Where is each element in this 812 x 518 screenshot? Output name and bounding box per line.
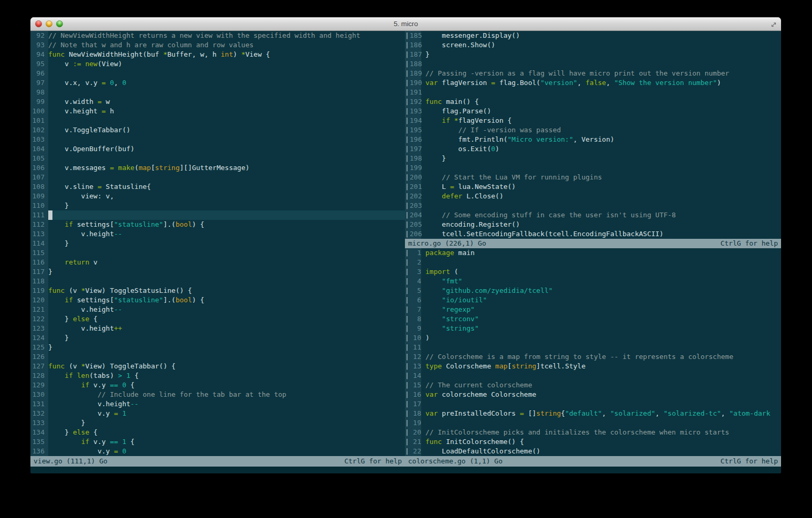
code-line[interactable]: 133 } — [30, 418, 405, 428]
code-line[interactable]: |191 — [405, 88, 781, 97]
code-line[interactable]: 104 v.OpenBuffer(buf) — [30, 144, 405, 154]
code-line[interactable]: |193 flag.Parse() — [405, 107, 781, 116]
code-line[interactable]: |201 L = lua.NewState() — [405, 182, 781, 192]
code-line[interactable]: 117} — [30, 267, 405, 277]
code-pane-micro-go[interactable]: |185 messenger.Display()|186 screen.Show… — [405, 31, 781, 239]
code-pane-view-go[interactable]: 92// NewViewWidthHeight returns a new vi… — [30, 31, 405, 456]
code-line[interactable]: 116 return v — [30, 258, 405, 267]
code-line[interactable]: |20// InitColorscheme picks and initiali… — [405, 428, 781, 437]
code-line[interactable]: |187} — [405, 50, 781, 59]
code-line[interactable]: 96 — [30, 69, 405, 78]
code-line[interactable]: 130 // Include one line for the tab bar … — [30, 390, 405, 399]
code-line[interactable]: 129 if v.y == 0 { — [30, 380, 405, 390]
code-line[interactable]: |204 // Some encoding stuff in case the … — [405, 210, 781, 220]
resize-icon[interactable] — [770, 20, 777, 28]
line-number: 191 — [410, 88, 421, 97]
code-line[interactable]: |190var flagVersion = flag.Bool("version… — [405, 78, 781, 88]
code-line[interactable]: |8 "strconv" — [405, 314, 781, 324]
code-line[interactable]: |17 — [405, 399, 781, 409]
code-line[interactable]: 125} — [30, 343, 405, 352]
code-line[interactable]: |13type Colorscheme map[string]tcell.Sty… — [405, 362, 781, 371]
code-line[interactable]: |195 // If -version was passed — [405, 125, 781, 135]
code-line[interactable]: |19 — [405, 418, 781, 428]
code-line[interactable]: 100 v.height = h — [30, 107, 405, 116]
code-line[interactable]: 114 } — [30, 239, 405, 248]
code-line[interactable]: 131 v.height-- — [30, 399, 405, 409]
code-line[interactable]: 99 v.width = w — [30, 97, 405, 107]
code-line[interactable]: |203 — [405, 201, 781, 210]
code-line[interactable]: |16var colorscheme Colorscheme — [405, 390, 781, 399]
code-line[interactable]: |189// Passing -version as a flag will h… — [405, 69, 781, 78]
code-line[interactable]: 105 — [30, 154, 405, 163]
code-pane-colorscheme-go[interactable]: |1package main|2|3import (|4 "fmt"|5 "gi… — [405, 248, 781, 456]
line-number: 132 — [30, 409, 48, 418]
code-text: } — [48, 201, 405, 210]
code-line[interactable]: |9 "strings" — [405, 324, 781, 333]
code-line[interactable]: |1package main — [405, 248, 781, 258]
code-line[interactable]: 118 — [30, 277, 405, 286]
code-line[interactable]: |185 messenger.Display() — [405, 31, 781, 40]
code-line[interactable]: 121 v.height-- — [30, 305, 405, 314]
code-line[interactable]: 103 — [30, 135, 405, 144]
code-line[interactable]: 94func NewViewWidthHeight(buf *Buffer, w… — [30, 50, 405, 59]
code-line[interactable]: 101 — [30, 116, 405, 125]
code-line[interactable]: 124 } — [30, 333, 405, 343]
code-line[interactable]: 111 — [30, 210, 405, 220]
code-text — [48, 135, 405, 144]
code-line[interactable]: |206 tcell.SetEncodingFallback(tcell.Enc… — [405, 229, 781, 239]
code-line[interactable]: 132 v.y = 1 — [30, 409, 405, 418]
code-line[interactable]: 92// NewViewWidthHeight returns a new vi… — [30, 31, 405, 40]
code-line[interactable]: 135 if v.y == 1 { — [30, 437, 405, 447]
code-text — [421, 343, 781, 352]
code-line[interactable]: |194 if *flagVersion { — [405, 116, 781, 125]
code-line[interactable]: |186 screen.Show() — [405, 40, 781, 50]
code-line[interactable]: 115 — [30, 248, 405, 258]
code-line[interactable]: |21func InitColorscheme() { — [405, 437, 781, 447]
code-line[interactable]: |14 — [405, 371, 781, 380]
code-line[interactable]: |10) — [405, 333, 781, 343]
code-line[interactable]: 136 v.y = 0 — [30, 447, 405, 456]
line-number: 197 — [410, 144, 421, 154]
code-line[interactable]: 106 v.messages = make(map[string][]Gutte… — [30, 163, 405, 173]
code-line[interactable]: |12// Colorscheme is a map from string t… — [405, 352, 781, 362]
code-line[interactable]: |199 — [405, 163, 781, 173]
code-line[interactable]: |22 LoadDefaultColorscheme() — [405, 447, 781, 456]
code-line[interactable]: |205 encoding.Register() — [405, 220, 781, 229]
code-line[interactable]: 112 if settings["statusline"].(bool) { — [30, 220, 405, 229]
code-line[interactable]: |7 "regexp" — [405, 305, 781, 314]
code-line[interactable]: 120 if settings["statusline"].(bool) { — [30, 295, 405, 305]
code-line[interactable]: 98 — [30, 88, 405, 97]
code-line[interactable]: |188 — [405, 59, 781, 69]
code-line[interactable]: 108 v.sline = Statusline{ — [30, 182, 405, 192]
code-line[interactable]: 93// Note that w and h are raw column an… — [30, 40, 405, 50]
code-line[interactable]: 134 } else { — [30, 428, 405, 437]
window-titlebar[interactable]: 5. micro — [30, 17, 781, 31]
code-line[interactable]: |202 defer L.Close() — [405, 192, 781, 201]
code-line[interactable]: 113 v.height-- — [30, 229, 405, 239]
code-line[interactable]: 97 v.x, v.y = 0, 0 — [30, 78, 405, 88]
code-line[interactable]: 102 v.ToggleTabbar() — [30, 125, 405, 135]
code-line[interactable]: |15// The current colorscheme — [405, 380, 781, 390]
code-line[interactable]: 123 v.height++ — [30, 324, 405, 333]
code-line[interactable]: 122 } else { — [30, 314, 405, 324]
code-line[interactable]: |198 } — [405, 154, 781, 163]
code-line[interactable]: |18var preInstalledColors = []string{"de… — [405, 409, 781, 418]
code-line[interactable]: |4 "fmt" — [405, 277, 781, 286]
code-line[interactable]: |3import ( — [405, 267, 781, 277]
code-line[interactable]: |197 os.Exit(0) — [405, 144, 781, 154]
code-line[interactable]: |196 fmt.Println("Micro version:", Versi… — [405, 135, 781, 144]
code-line[interactable]: 128 if len(tabs) > 1 { — [30, 371, 405, 380]
code-line[interactable]: |2 — [405, 258, 781, 267]
code-line[interactable]: |6 "io/ioutil" — [405, 295, 781, 305]
code-line[interactable]: |5 "github.com/zyedidia/tcell" — [405, 286, 781, 295]
code-line[interactable]: 95 v := new(View) — [30, 59, 405, 69]
code-line[interactable]: |200 // Start the Lua VM for running plu… — [405, 173, 781, 182]
code-line[interactable]: 127func (v *View) ToggleTabbar() { — [30, 362, 405, 371]
code-line[interactable]: 110 } — [30, 201, 405, 210]
code-line[interactable]: 126 — [30, 352, 405, 362]
code-line[interactable]: |192func main() { — [405, 97, 781, 107]
code-line[interactable]: 119func (v *View) ToggleStatusLine() { — [30, 286, 405, 295]
code-line[interactable]: 109 view: v, — [30, 192, 405, 201]
code-line[interactable]: 107 — [30, 173, 405, 182]
code-line[interactable]: |11 — [405, 343, 781, 352]
